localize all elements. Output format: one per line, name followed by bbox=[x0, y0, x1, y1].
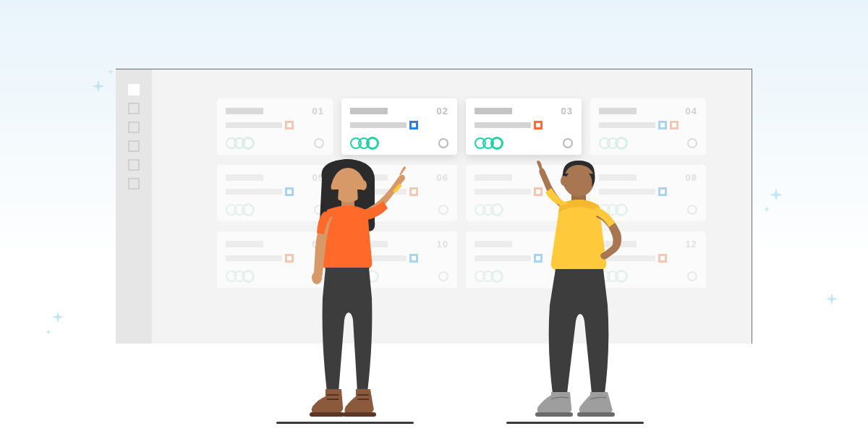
avatar-group bbox=[475, 137, 503, 150]
shadow bbox=[276, 422, 414, 424]
sparkle-icon bbox=[825, 293, 839, 307]
title-placeholder bbox=[226, 174, 263, 181]
sparkle-icon bbox=[107, 69, 114, 76]
sparkle-icon bbox=[763, 206, 770, 213]
svg-rect-6 bbox=[343, 412, 376, 417]
person-illustration-2 bbox=[499, 153, 658, 428]
radio-icon[interactable] bbox=[438, 138, 448, 148]
svg-rect-14 bbox=[535, 412, 573, 417]
sidebar-item[interactable] bbox=[128, 178, 140, 190]
svg-point-2 bbox=[359, 180, 367, 190]
shadow bbox=[506, 422, 644, 424]
avatar-group bbox=[599, 137, 628, 150]
sidebar-item[interactable] bbox=[128, 159, 140, 171]
status-square-icon bbox=[670, 121, 678, 129]
card-number: 06 bbox=[437, 172, 448, 183]
title-placeholder bbox=[350, 108, 388, 114]
card-number: 01 bbox=[312, 106, 324, 116]
option-card-04[interactable]: 04 bbox=[590, 98, 706, 155]
radio-icon[interactable] bbox=[563, 138, 573, 148]
person-illustration-1 bbox=[275, 153, 420, 428]
sidebar-item[interactable] bbox=[128, 122, 140, 133]
radio-icon[interactable] bbox=[687, 205, 697, 215]
avatar-group bbox=[226, 203, 255, 216]
card-number: 10 bbox=[437, 239, 448, 250]
sidebar-item[interactable] bbox=[128, 84, 140, 95]
subtitle-placeholder bbox=[226, 122, 282, 128]
avatar-group bbox=[226, 137, 255, 150]
card-number: 12 bbox=[686, 239, 697, 250]
option-card-01[interactable]: 01 bbox=[217, 98, 333, 155]
status-square-icon bbox=[285, 121, 294, 129]
subtitle-placeholder bbox=[226, 189, 282, 195]
svg-rect-5 bbox=[310, 412, 344, 417]
sparkle-icon bbox=[45, 329, 52, 336]
card-number: 03 bbox=[561, 106, 573, 116]
title-placeholder bbox=[226, 241, 263, 247]
option-card-02[interactable]: 02 bbox=[341, 98, 457, 155]
svg-point-4 bbox=[312, 271, 322, 284]
status-square-icon bbox=[658, 121, 667, 129]
status-square-icon bbox=[409, 121, 418, 129]
svg-rect-15 bbox=[577, 412, 615, 417]
card-number: 02 bbox=[437, 106, 448, 116]
title-placeholder bbox=[475, 108, 512, 114]
sidebar-item[interactable] bbox=[128, 103, 140, 114]
option-card-03[interactable]: 03 bbox=[466, 98, 582, 155]
subtitle-placeholder bbox=[599, 122, 655, 128]
avatar-group bbox=[226, 270, 255, 283]
radio-icon[interactable] bbox=[438, 205, 448, 215]
status-square-icon bbox=[534, 121, 542, 129]
avatar-group bbox=[350, 137, 379, 150]
radio-icon[interactable] bbox=[687, 138, 697, 148]
sparkle-icon bbox=[90, 80, 106, 95]
title-placeholder bbox=[226, 108, 263, 114]
radio-icon[interactable] bbox=[687, 271, 697, 281]
card-number: 08 bbox=[686, 172, 697, 183]
card-number: 04 bbox=[686, 106, 697, 116]
radio-icon[interactable] bbox=[314, 138, 324, 148]
svg-point-13 bbox=[561, 176, 568, 186]
status-square-icon bbox=[658, 187, 667, 196]
status-square-icon bbox=[658, 254, 667, 263]
sparkle-icon bbox=[768, 188, 784, 204]
sparkle-icon bbox=[51, 311, 65, 326]
title-placeholder bbox=[599, 108, 637, 114]
subtitle-placeholder bbox=[350, 122, 407, 128]
radio-icon[interactable] bbox=[438, 271, 448, 281]
subtitle-placeholder bbox=[226, 255, 282, 261]
subtitle-placeholder bbox=[475, 122, 531, 128]
sidebar-item[interactable] bbox=[128, 140, 140, 152]
sidebar bbox=[116, 69, 152, 344]
